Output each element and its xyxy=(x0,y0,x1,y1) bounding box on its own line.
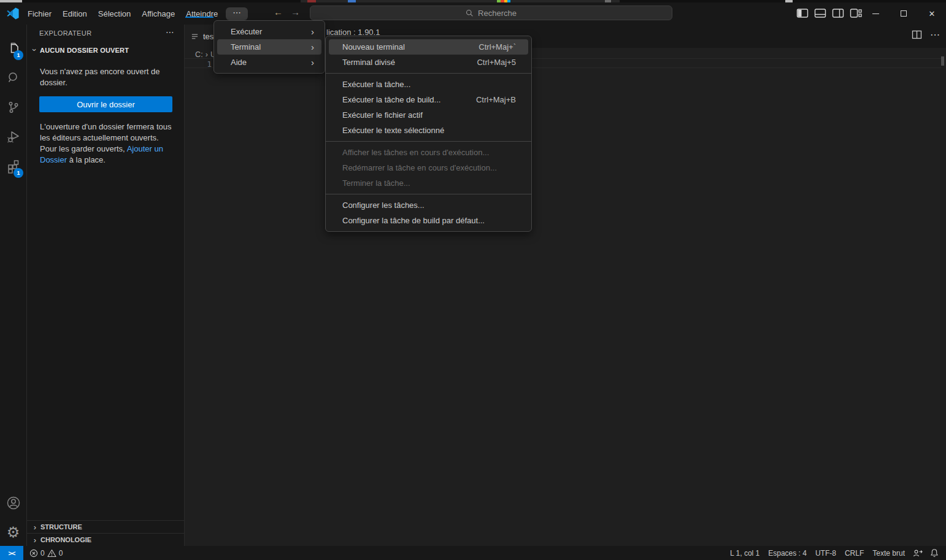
run-debug-icon[interactable] xyxy=(0,123,26,151)
chevron-right-icon: › xyxy=(31,523,39,532)
split-editor-icon[interactable] xyxy=(912,30,922,39)
window-behind-fragment xyxy=(507,0,510,2)
status-bar: >< 0 0 L 1, col 1Espaces : 4UTF-8CRLFTex… xyxy=(0,546,946,560)
maximize-button[interactable] xyxy=(890,2,918,25)
menu-item-executer-le-fichier-actif[interactable]: Exécuter le fichier actif xyxy=(329,107,528,123)
menu-item-executer-la-tache[interactable]: Exécuter la tâche... xyxy=(329,77,528,92)
menu-item-label: Nouveau terminal xyxy=(342,42,461,52)
editor-actions: ⋯ xyxy=(912,29,940,40)
explorer-badge: 1 xyxy=(13,50,23,60)
explorer-sidebar: EXPLORATEUR ⋯ › AUCUN DOSSIER OUVERT Vou… xyxy=(27,25,185,546)
layout-controls xyxy=(796,8,862,18)
menu-item-label: Terminal xyxy=(231,42,311,52)
extensions-icon[interactable]: 1 xyxy=(0,152,26,180)
menu-affichage[interactable]: Affichage xyxy=(136,6,180,21)
editor-area: tes ⋯ C: › U 1 lication : 1.90.1 xyxy=(185,25,946,546)
window-behind-fragment xyxy=(785,0,793,2)
window-behind-fragment xyxy=(307,0,316,2)
menu-item-label: Exécuter xyxy=(231,27,311,36)
close-button[interactable]: ✕ xyxy=(918,2,946,25)
menu-item-executer-la-tache-de-build[interactable]: Exécuter la tâche de build...Ctrl+Maj+B xyxy=(329,92,528,107)
submenu-arrow-icon: › xyxy=(311,28,314,36)
toggle-panel-icon[interactable] xyxy=(814,8,826,18)
source-control-icon[interactable] xyxy=(0,93,26,121)
open-folder-button[interactable]: Ouvrir le dossier xyxy=(39,96,172,112)
customize-layout-icon[interactable] xyxy=(850,8,862,18)
forward-arrow-icon[interactable]: → xyxy=(291,7,300,17)
menu-item-executer[interactable]: Exécuter› xyxy=(217,24,321,39)
title-bar: FichierEditionSélectionAffichageAtteindr… xyxy=(0,2,946,25)
vscode-window: FichierEditionSélectionAffichageAtteindr… xyxy=(0,0,946,560)
vscode-logo-icon xyxy=(7,7,19,20)
menu-item-configurer-les-taches[interactable]: Configurer les tâches... xyxy=(329,198,528,213)
toggle-primary-sidebar-icon[interactable] xyxy=(796,8,809,18)
explorer-icon[interactable]: 1 xyxy=(0,34,26,63)
menu-item-configurer-la-tache-de-build-par-defaut[interactable]: Configurer la tâche de build par défaut.… xyxy=(329,213,528,228)
menu-item-terminal[interactable]: Terminal› xyxy=(217,39,321,55)
menu-separator xyxy=(326,73,531,74)
menu-item-label: Redémarrer la tâche en cours d'exécution… xyxy=(342,163,521,172)
focus-indicator-line xyxy=(185,17,213,18)
window-behind-fragment xyxy=(348,0,356,2)
menu-separator xyxy=(326,141,531,142)
remote-indicator[interactable]: >< xyxy=(0,546,23,560)
minimize-button[interactable] xyxy=(861,2,890,25)
menu-bar: FichierEditionSélectionAffichageAtteindr… xyxy=(22,5,248,22)
toggle-secondary-sidebar-icon[interactable] xyxy=(832,8,844,18)
menu-selection[interactable]: Sélection xyxy=(93,6,136,21)
menu-item-terminal-divise[interactable]: Terminal diviséCtrl+Maj+5 xyxy=(329,55,528,70)
menu-item-afficher-les-taches-en-cours-d-execution: Afficher les tâches en cours d'exécution… xyxy=(329,145,528,160)
terminal-submenu: Nouveau terminalCtrl+Maj+`Terminal divis… xyxy=(325,36,532,232)
status-bar-right: L 1, col 1Espaces : 4UTF-8CRLFTexte brut xyxy=(726,548,946,558)
submenu-arrow-icon: › xyxy=(311,58,314,66)
activity-bar: 1 xyxy=(0,25,27,546)
menu-item-label: Exécuter la tâche de build... xyxy=(342,95,459,104)
menu-atteindre[interactable]: Atteindre xyxy=(180,6,223,21)
status-texte-brut[interactable]: Texte brut xyxy=(868,549,909,558)
back-arrow-icon[interactable]: ← xyxy=(274,7,283,17)
menu-item-shortcut: Ctrl+Maj+B xyxy=(476,95,521,104)
menu-separator xyxy=(326,194,531,194)
sidebar-more-actions[interactable]: ⋯ xyxy=(166,27,174,37)
chevron-down-icon: › xyxy=(30,47,39,54)
feedback-icon[interactable] xyxy=(909,549,926,558)
chevron-right-icon: › xyxy=(31,535,39,545)
timeline-section-header[interactable]: › CHRONOLOGIE xyxy=(27,533,184,546)
menu-item-label: Terminal divisé xyxy=(342,58,460,67)
line-number: 1 xyxy=(202,59,212,69)
command-center-search[interactable]: Recherche xyxy=(310,6,672,20)
status-espaces-4[interactable]: Espaces : 4 xyxy=(764,549,811,558)
menu-item-redemarrer-la-tache-en-cours-d-execution: Redémarrer la tâche en cours d'exécution… xyxy=(329,160,528,175)
window-behind-fragment xyxy=(605,0,611,2)
menu-overflow-button[interactable]: ⋯ xyxy=(226,7,248,20)
menu-edition[interactable]: Edition xyxy=(57,6,93,21)
overflow-menu: Exécuter›Terminal›Aide› xyxy=(213,20,325,74)
search-sidebar-icon[interactable] xyxy=(0,64,26,92)
window-controls: ✕ xyxy=(861,2,946,25)
problems-status[interactable]: 0 0 xyxy=(23,549,69,558)
menu-item-nouveau-terminal[interactable]: Nouveau terminalCtrl+Maj+` xyxy=(329,39,528,55)
menu-item-label: Aide xyxy=(231,58,311,67)
menu-item-shortcut: Ctrl+Maj+` xyxy=(479,42,521,52)
menu-item-label: Exécuter la tâche... xyxy=(342,80,521,89)
menu-item-label: Terminer la tâche... xyxy=(342,178,521,188)
settings-gear-icon[interactable]: ⚙ xyxy=(0,518,26,547)
status-utf-8[interactable]: UTF-8 xyxy=(811,549,840,558)
account-icon[interactable] xyxy=(0,489,26,517)
status-l-1-col-1[interactable]: L 1, col 1 xyxy=(726,549,764,558)
status-crlf[interactable]: CRLF xyxy=(840,549,868,558)
no-folder-text: Vous n'avez pas encore ouvert de dossier… xyxy=(40,66,176,88)
notifications-bell-icon[interactable] xyxy=(926,548,942,558)
extensions-badge: 1 xyxy=(13,168,23,178)
error-count: 0 xyxy=(40,549,45,558)
menu-item-executer-le-texte-selectionne[interactable]: Exécuter le texte sélectionné xyxy=(329,123,528,138)
menu-fichier[interactable]: Fichier xyxy=(22,6,57,21)
editor-scrollbar[interactable] xyxy=(941,56,944,66)
warning-count: 0 xyxy=(59,549,63,558)
menu-item-aide[interactable]: Aide› xyxy=(217,55,321,70)
outline-section-header[interactable]: › STRUCTURE xyxy=(27,520,184,533)
tab-label: tes xyxy=(203,32,213,41)
more-actions-icon[interactable]: ⋯ xyxy=(930,29,940,40)
text-file-icon xyxy=(191,33,199,40)
no-folder-section-header[interactable]: › AUCUN DOSSIER OUVERT xyxy=(31,45,129,55)
